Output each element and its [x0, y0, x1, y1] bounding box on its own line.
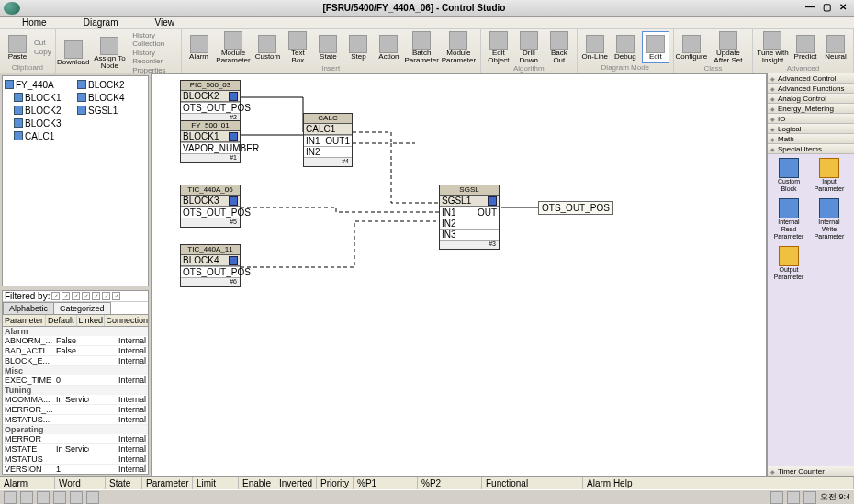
- block-calc[interactable]: CALC CALC1 IN1OUT1 IN2 #4: [303, 113, 353, 167]
- step-button[interactable]: Step: [344, 31, 372, 64]
- palette-item-custom-block[interactable]: Custom Block: [771, 158, 806, 193]
- tree-item[interactable]: BLOCK2: [77, 78, 146, 91]
- predict-button[interactable]: Predict: [792, 31, 819, 64]
- step-icon: [349, 35, 367, 53]
- cut-button[interactable]: Cut: [34, 39, 51, 47]
- block-tic440-06[interactable]: TIC_440A_06 BLOCK3 OTS_OUT_POS #5: [180, 185, 241, 228]
- filter-check[interactable]: ✓: [51, 292, 60, 300]
- output-param[interactable]: OTS_OUT_POS: [538, 201, 613, 215]
- param-row[interactable]: MERRORInternal: [3, 434, 148, 444]
- update-button[interactable]: Update After Set: [708, 31, 748, 64]
- tab-categorized[interactable]: Categorized: [53, 302, 111, 314]
- param-group[interactable]: Tuning: [3, 386, 148, 395]
- copy-button[interactable]: Copy: [34, 48, 51, 56]
- filter-check[interactable]: ✓: [72, 292, 80, 300]
- history-collection-button[interactable]: History Collection: [132, 31, 176, 48]
- tune-button[interactable]: Tune with Insight: [757, 31, 789, 64]
- block-tic440-11[interactable]: TIC_440A_11 BLOCK4 OTS_OUT_POS #6: [180, 244, 241, 287]
- drill-down-button[interactable]: Drill Down: [515, 31, 543, 64]
- configure-button[interactable]: Configure: [678, 31, 705, 64]
- palette-category[interactable]: IO: [768, 114, 854, 124]
- edit-mode-button[interactable]: Edit: [642, 31, 669, 63]
- param-group[interactable]: Operating: [3, 425, 148, 434]
- minimize-button[interactable]: —: [803, 2, 817, 15]
- block-sgsl[interactable]: SGSL SGSL1 IN1OUT IN2 IN3 #3: [439, 185, 500, 250]
- palette-category[interactable]: Energy_Metering: [768, 104, 854, 114]
- debug-button[interactable]: Debug: [612, 31, 639, 63]
- block-pic500[interactable]: PIC_500_03 BLOCK2 OTS_OUT_POS #2: [180, 80, 241, 123]
- param-row[interactable]: MCOMMA...In ServiceInternal: [3, 395, 148, 405]
- taskbar-app-icon[interactable]: [53, 491, 66, 504]
- tree-root[interactable]: FY_440A: [5, 78, 73, 91]
- tray-icon[interactable]: [770, 491, 783, 504]
- custom-button[interactable]: Custom: [253, 31, 281, 64]
- menu-home[interactable]: Home: [22, 17, 47, 28]
- param-row[interactable]: MSTATUSInternal: [3, 454, 148, 465]
- taskbar-app-icon[interactable]: [4, 491, 17, 504]
- assign-button[interactable]: Assign To Node: [90, 31, 129, 74]
- palette-category[interactable]: Advanced Functions: [768, 84, 854, 94]
- palette-category[interactable]: Logical: [768, 124, 854, 134]
- param-group[interactable]: Alarm: [3, 327, 148, 336]
- tray-icon[interactable]: [803, 491, 816, 504]
- param-row[interactable]: MSTATUS...Internal: [3, 415, 148, 425]
- taskbar-app-icon[interactable]: [70, 491, 83, 504]
- param-row[interactable]: BAD_ACTI...FalseInternal: [3, 346, 148, 356]
- palette-item-output[interactable]: Output Parameter: [771, 246, 806, 281]
- menu-view[interactable]: View: [154, 17, 174, 28]
- param-row[interactable]: BLOCK_E...Internal: [3, 356, 148, 366]
- filter-check[interactable]: ✓: [112, 292, 120, 300]
- block-icon: [14, 118, 23, 128]
- back-out-button[interactable]: Back Out: [545, 31, 573, 64]
- maximize-button[interactable]: ▢: [819, 2, 834, 15]
- action-button[interactable]: Action: [375, 31, 402, 64]
- module-param2-button[interactable]: Module Parameter: [441, 31, 477, 64]
- alarm-button[interactable]: Alarm: [185, 31, 213, 64]
- palette-category[interactable]: Analog Control: [768, 94, 854, 104]
- tree-item[interactable]: SGSL1: [77, 104, 146, 117]
- palette-item-iread[interactable]: Internal Read Parameter: [771, 198, 806, 241]
- online-button[interactable]: On-Line: [581, 31, 609, 63]
- tree-item[interactable]: BLOCK4: [77, 91, 146, 104]
- edit-object-button[interactable]: Edit Object: [485, 31, 512, 64]
- filter-check[interactable]: ✓: [102, 292, 110, 300]
- param-group[interactable]: Misc: [3, 366, 148, 375]
- param-row[interactable]: ABNORM_...FalseInternal: [3, 336, 148, 346]
- filter-check[interactable]: ✓: [62, 292, 70, 300]
- batch-param-button[interactable]: Batch Parameter: [405, 31, 437, 64]
- diagram-canvas[interactable]: PIC_500_03 BLOCK2 OTS_OUT_POS #2 FY_500_…: [152, 73, 767, 476]
- param-row[interactable]: MERROR_...Internal: [3, 405, 148, 415]
- taskbar-app-icon[interactable]: [37, 491, 50, 504]
- param-row[interactable]: EXEC_TIME0Internal: [3, 375, 148, 386]
- textbox-button[interactable]: Text Box: [284, 31, 311, 64]
- close-button[interactable]: ✕: [836, 2, 850, 15]
- block-fy500[interactable]: FY_500_01 BLOCK1 VAPOR_NUMBER #1: [180, 120, 241, 163]
- taskbar-app-icon[interactable]: [20, 491, 33, 504]
- palette-category[interactable]: Advanced Control: [768, 73, 854, 84]
- textbox-icon: [288, 31, 307, 50]
- tree-item[interactable]: CALC1: [5, 129, 73, 142]
- param-row[interactable]: MSTATEIn ServiceInternal: [3, 444, 148, 454]
- history-recorder-button[interactable]: History Recorder: [132, 49, 176, 65]
- paste-button[interactable]: Paste: [4, 31, 31, 63]
- tree-item[interactable]: BLOCK1: [5, 91, 73, 104]
- tree-item[interactable]: BLOCK2: [5, 104, 73, 117]
- taskbar-app-icon[interactable]: [86, 491, 99, 504]
- module-param-button[interactable]: Module Parameter: [216, 31, 252, 64]
- filter-check[interactable]: ✓: [92, 292, 100, 300]
- module-tree[interactable]: FY_440A BLOCK1 BLOCK2 BLOCK3 CALC1 BLOCK…: [2, 75, 149, 286]
- palette-item-iwrite[interactable]: Internal Write Parameter: [812, 198, 847, 241]
- filter-check[interactable]: ✓: [82, 292, 90, 300]
- menu-diagram[interactable]: Diagram: [84, 17, 118, 28]
- download-button[interactable]: Download: [60, 31, 87, 74]
- tree-item[interactable]: BLOCK3: [5, 117, 73, 129]
- palette-category-timer[interactable]: Timer Counter: [768, 466, 854, 476]
- state-button[interactable]: State: [314, 31, 342, 64]
- param-row[interactable]: VERSION1Internal: [3, 465, 148, 475]
- tab-alphabetic[interactable]: Alphabetic: [3, 302, 54, 314]
- palette-item-input-param[interactable]: Input Parameter: [812, 158, 847, 193]
- neural-button[interactable]: Neural: [822, 31, 849, 64]
- palette-category[interactable]: Math: [768, 134, 854, 144]
- palette-category[interactable]: Special Items: [768, 144, 854, 154]
- tray-icon[interactable]: [787, 491, 800, 504]
